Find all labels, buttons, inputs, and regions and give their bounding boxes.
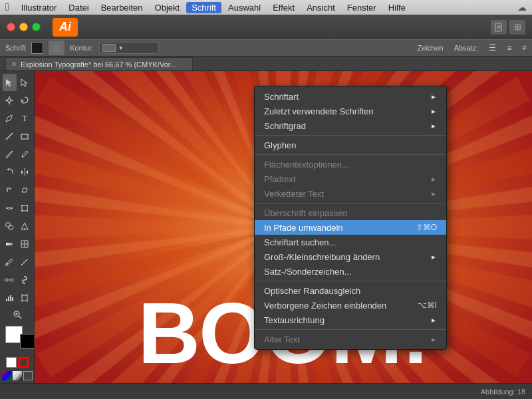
live-paint-button[interactable] [18, 217, 32, 235]
color-swatches[interactable] [5, 326, 29, 343]
menu-item-optischer-randausgleich[interactable]: Optischer Randausgleich [255, 283, 446, 298]
symbol-button[interactable] [18, 271, 32, 289]
fill-stroke-mode [6, 357, 29, 368]
menubar-illustrator[interactable]: Illustrator [16, 2, 62, 13]
kontur-label: Kontur: [70, 44, 93, 52]
svg-rect-35 [8, 297, 9, 301]
scale-tools [3, 182, 32, 199]
blend-button[interactable] [3, 271, 17, 289]
window-chrome: Ai ⊞ [0, 15, 532, 39]
svg-line-44 [19, 316, 21, 319]
rectangle-tool-button[interactable] [18, 128, 32, 145]
maximize-button[interactable] [32, 23, 41, 31]
menu-item-schriftart[interactable]: Schriftart ► [255, 89, 446, 104]
align-center-icon[interactable]: ≡ [507, 43, 511, 53]
menu-item-zuletzt[interactable]: Zuletzt verwendete Schriften ► [255, 104, 446, 118]
scale-button[interactable] [3, 182, 17, 199]
pen-tool-button[interactable] [3, 110, 17, 127]
menubar-datei[interactable]: Datei [63, 2, 94, 13]
fill-mode-button[interactable] [6, 357, 17, 368]
menu-item-in-pfade[interactable]: In Pfade umwandeln ⇧⌘O [255, 220, 446, 235]
document-tab[interactable]: ✕ Explosion Typografie* bei 66,67 % (CMY… [5, 57, 193, 70]
apple-menu-icon[interactable]:  [5, 1, 9, 13]
schrift-dropdown-menu: Schriftart ► Zuletzt verwendete Schrifte… [254, 86, 447, 350]
width-button[interactable] [3, 200, 17, 217]
color-button[interactable] [2, 371, 11, 380]
selection-tools [3, 74, 32, 91]
kontur-dropdown[interactable]: ▼ [99, 42, 159, 54]
menu-item-glyphen[interactable]: Glyphen [255, 138, 446, 152]
type-tool-button[interactable]: T [18, 110, 32, 127]
zoom-tool-button[interactable] [3, 309, 32, 320]
menubar-schrift[interactable]: Schrift [186, 2, 221, 13]
menubar-bearbeiten[interactable]: Bearbeiten [96, 2, 148, 13]
svg-point-19 [6, 223, 11, 227]
menubar-right: ☁ [517, 2, 527, 13]
submenu-arrow-zuletzt: ► [430, 108, 437, 115]
separator-5 [255, 329, 446, 330]
none-color-button[interactable] [23, 371, 33, 380]
menubar-auswahl[interactable]: Auswahl [223, 2, 266, 13]
slice-tools [3, 271, 32, 289]
magic-wand-button[interactable] [3, 92, 17, 109]
direct-selection-tool-button[interactable] [18, 74, 32, 91]
window-toolbar-icons: ⊞ [491, 20, 525, 35]
menu-item-schriftgrad[interactable]: Schriftgrad ► [255, 118, 446, 133]
align-left-icon[interactable]: ☰ [489, 43, 496, 53]
menubar-effekt[interactable]: Effekt [267, 2, 300, 13]
menu-item-gross-kleinschreibung[interactable]: Groß-/Kleinschreibung ändern ► [255, 249, 446, 264]
absatz-panel-label[interactable]: Absatz: [454, 44, 479, 52]
new-doc-icon[interactable] [491, 20, 507, 35]
svg-point-21 [24, 228, 25, 229]
menubar-fenster[interactable]: Fenster [342, 2, 382, 13]
rotate-button[interactable] [3, 164, 17, 181]
menubar-objekt[interactable]: Objekt [150, 2, 186, 13]
color-mode-buttons [2, 371, 33, 380]
submenu-arrow-textausrichtung: ► [430, 317, 437, 324]
mesh-tool-button[interactable] [18, 235, 32, 253]
reflect-button[interactable] [18, 164, 32, 181]
svg-rect-15 [21, 205, 23, 206]
lasso-button[interactable] [18, 92, 32, 109]
gradient-color-button[interactable] [13, 371, 22, 380]
background-color[interactable] [20, 334, 35, 348]
eyedropper-button[interactable] [3, 253, 17, 271]
shape-builder-button[interactable] [3, 217, 17, 235]
shear-button[interactable] [18, 182, 32, 199]
close-button[interactable] [7, 23, 15, 31]
menu-item-verborgene-zeichen[interactable]: Verborgene Zeichen einblenden ⌥⌘I [255, 298, 446, 313]
svg-rect-17 [21, 210, 23, 211]
zeichen-panel-label[interactable]: Zeichen [418, 44, 444, 52]
align-right-icon[interactable]: ≠ [522, 43, 527, 53]
measure-button[interactable] [18, 253, 32, 271]
separator-3 [255, 203, 446, 203]
minimize-button[interactable] [19, 23, 28, 31]
menu-item-ueberschrift: Überschrift einpassen [255, 205, 446, 220]
menu-item-verketteter-text: Verketteter Text ► [255, 186, 446, 201]
selection-tool-button[interactable] [3, 74, 17, 91]
menu-item-textausrichtung[interactable]: Textausrichtung ► [255, 313, 446, 327]
line-tool-button[interactable] [3, 128, 17, 145]
menubar-hilfe[interactable]: Hilfe [383, 2, 411, 13]
verborgene-shortcut: ⌥⌘I [418, 301, 437, 310]
svg-rect-36 [10, 295, 11, 301]
graph-button[interactable] [3, 289, 17, 307]
traffic-lights [7, 23, 41, 31]
artboard-button[interactable] [18, 289, 32, 307]
svg-point-20 [9, 225, 13, 230]
menu-item-schriftart-suchen[interactable]: Schriftart suchen... [255, 235, 446, 249]
eraser-tools [3, 164, 32, 181]
menu-item-alter-text: Alter Text ► [255, 332, 446, 346]
stroke-icon[interactable]: ⬡ [49, 41, 65, 55]
pencil-button[interactable] [18, 146, 32, 163]
menubar-ansicht[interactable]: Ansicht [301, 2, 340, 13]
free-transform-button[interactable] [18, 200, 32, 217]
paintbrush-button[interactable] [3, 146, 17, 163]
submenu-arrow-alter: ► [430, 336, 437, 343]
gradient-tool-button[interactable] [3, 235, 17, 253]
fill-color-swatch[interactable] [31, 42, 43, 54]
tab-close-icon[interactable]: ✕ [11, 61, 17, 68]
grid-view-icon[interactable]: ⊞ [509, 20, 525, 35]
menu-item-satz-sonderzeichen[interactable]: Satz-/Sonderzeichen... [255, 264, 446, 279]
stroke-mode-button[interactable] [18, 357, 29, 368]
